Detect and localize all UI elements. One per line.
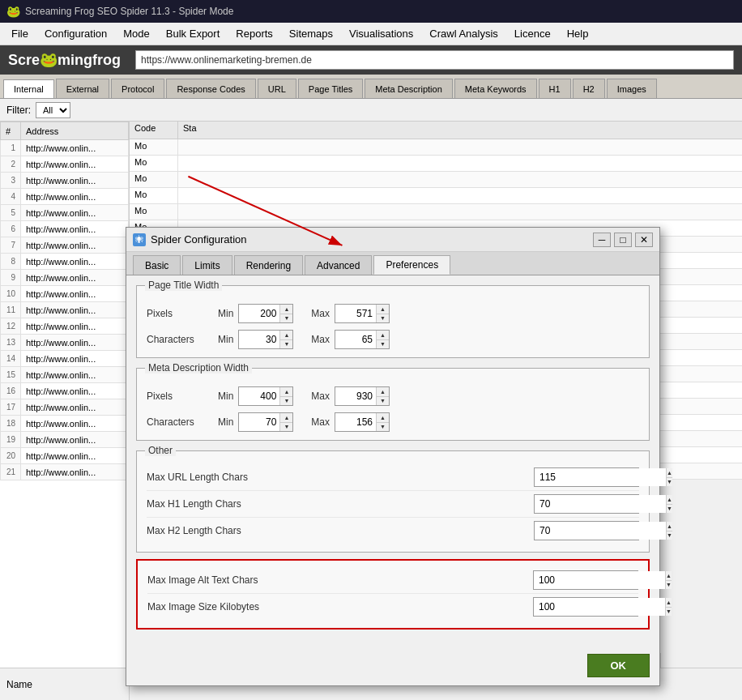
img-alt-spinner[interactable]: ▲ ▼ bbox=[533, 570, 638, 590]
chars-min-input[interactable] bbox=[239, 331, 279, 348]
meta-chars-max-up[interactable]: ▲ bbox=[377, 413, 389, 423]
meta-pixels-min-down[interactable]: ▼ bbox=[280, 397, 292, 406]
chars-min-up[interactable]: ▲ bbox=[280, 331, 292, 340]
url-length-down[interactable]: ▼ bbox=[667, 478, 672, 487]
pixels-max-input[interactable] bbox=[335, 305, 376, 322]
h2-length-spinner[interactable]: ▲ ▼ bbox=[534, 521, 639, 540]
chars-max-up[interactable]: ▲ bbox=[377, 331, 389, 340]
tab-protocol[interactable]: Protocol bbox=[111, 79, 164, 98]
dialog-title: Spider Configuration bbox=[151, 233, 588, 245]
menu-sitemaps[interactable]: Sitemaps bbox=[281, 24, 341, 43]
img-alt-down[interactable]: ▼ bbox=[666, 581, 672, 590]
img-size-arrows: ▲ ▼ bbox=[665, 598, 672, 616]
meta-pixels-min-input[interactable] bbox=[239, 387, 279, 405]
dialog-close-btn[interactable]: ✕ bbox=[635, 233, 653, 247]
chars-max-down[interactable]: ▼ bbox=[377, 340, 389, 349]
chars-max-input[interactable] bbox=[335, 331, 376, 348]
menu-crawl-analysis[interactable]: Crawl Analysis bbox=[421, 24, 506, 43]
h1-length-down[interactable]: ▼ bbox=[667, 505, 672, 514]
dialog-minimize-btn[interactable]: ─ bbox=[593, 233, 611, 247]
dialog-tab-limits[interactable]: Limits bbox=[182, 255, 232, 275]
dialog-maximize-btn[interactable]: □ bbox=[614, 233, 632, 247]
menu-licence[interactable]: Licence bbox=[506, 24, 559, 43]
img-size-spinner[interactable]: ▲ ▼ bbox=[533, 597, 638, 617]
other-section: Other Max URL Length Chars ▲ ▼ bbox=[136, 450, 650, 553]
h1-length-up[interactable]: ▲ bbox=[667, 495, 672, 505]
filter-select[interactable]: All bbox=[36, 102, 70, 118]
menu-file[interactable]: File bbox=[3, 24, 36, 43]
h1-length-input[interactable] bbox=[535, 495, 666, 513]
meta-pixels-max-up[interactable]: ▲ bbox=[377, 387, 389, 397]
meta-chars-min-up[interactable]: ▲ bbox=[280, 413, 292, 423]
tab-external[interactable]: External bbox=[56, 79, 109, 98]
tab-page-titles[interactable]: Page Titles bbox=[298, 79, 363, 98]
chars-max-spinner[interactable]: ▲ ▼ bbox=[335, 330, 390, 349]
h2-length-down[interactable]: ▼ bbox=[667, 531, 672, 540]
tab-internal[interactable]: Internal bbox=[3, 79, 54, 99]
meta-chars-max-input[interactable] bbox=[335, 413, 376, 431]
pixels-max-up[interactable]: ▲ bbox=[377, 305, 389, 314]
meta-chars-min-down[interactable]: ▼ bbox=[280, 423, 292, 432]
img-size-up[interactable]: ▲ bbox=[666, 598, 672, 608]
logo: Scre🐸mingfrog bbox=[8, 51, 121, 69]
img-alt-up[interactable]: ▲ bbox=[666, 571, 672, 581]
address-bar-row: Scre🐸mingfrog https://www.onlinemarketin… bbox=[0, 45, 742, 75]
h2-length-arrows: ▲ ▼ bbox=[666, 522, 672, 540]
address-box[interactable]: https://www.onlinemarketing-bremen.de bbox=[135, 50, 734, 70]
menu-mode[interactable]: Mode bbox=[115, 24, 158, 43]
meta-chars-max-down[interactable]: ▼ bbox=[377, 423, 389, 432]
menu-help[interactable]: Help bbox=[559, 24, 597, 43]
menu-visualisations[interactable]: Visualisations bbox=[341, 24, 421, 43]
pixels-min-input[interactable] bbox=[239, 305, 279, 322]
dialog-tab-advanced[interactable]: Advanced bbox=[305, 255, 372, 275]
chars-min-down[interactable]: ▼ bbox=[280, 340, 292, 349]
tab-meta-keywords[interactable]: Meta Keywords bbox=[454, 79, 537, 98]
url-length-up[interactable]: ▲ bbox=[667, 468, 672, 478]
h2-length-up[interactable]: ▲ bbox=[667, 522, 672, 531]
meta-chars-min-max: Min ▲ ▼ Max bbox=[218, 412, 639, 432]
menu-reports[interactable]: Reports bbox=[228, 24, 281, 43]
meta-pixels-max-spinner[interactable]: ▲ ▼ bbox=[335, 386, 390, 406]
img-alt-input[interactable] bbox=[534, 571, 665, 589]
meta-pixels-max-arrows: ▲ ▼ bbox=[376, 387, 389, 405]
tab-meta-description[interactable]: Meta Description bbox=[365, 79, 453, 98]
pixels-min-down[interactable]: ▼ bbox=[280, 314, 292, 323]
pixels-max-spinner[interactable]: ▲ ▼ bbox=[335, 304, 390, 323]
menu-configuration[interactable]: Configuration bbox=[36, 24, 115, 43]
tab-h2[interactable]: H2 bbox=[573, 79, 605, 98]
chars-min-spinner[interactable]: ▲ ▼ bbox=[238, 330, 293, 349]
meta-chars-min-spinner[interactable]: ▲ ▼ bbox=[238, 412, 293, 432]
address-text: https://www.onlinemarketing-bremen.de bbox=[141, 54, 312, 66]
url-length-input[interactable] bbox=[535, 468, 666, 486]
meta-pixels-min-spinner[interactable]: ▲ ▼ bbox=[238, 386, 293, 406]
meta-desc-section: Meta Description Width Pixels Min ▲ ▼ bbox=[136, 368, 650, 441]
pixels-min-up[interactable]: ▲ bbox=[280, 305, 292, 314]
menu-bulk-export[interactable]: Bulk Export bbox=[158, 24, 228, 43]
other-row-h2: Max H2 Length Chars ▲ ▼ bbox=[147, 518, 639, 544]
dialog-tab-rendering[interactable]: Rendering bbox=[234, 255, 303, 275]
url-length-arrows: ▲ ▼ bbox=[666, 468, 672, 486]
chars-min-arrows: ▲ ▼ bbox=[279, 331, 292, 348]
meta-pixels-min-up[interactable]: ▲ bbox=[280, 387, 292, 397]
ok-button[interactable]: OK bbox=[587, 654, 650, 677]
meta-chars-max-spinner[interactable]: ▲ ▼ bbox=[335, 412, 390, 432]
pixels-min-max: Min ▲ ▼ Max bbox=[218, 304, 639, 323]
img-size-input[interactable] bbox=[534, 598, 665, 616]
url-length-spinner[interactable]: ▲ ▼ bbox=[534, 467, 639, 487]
dialog-tab-preferences[interactable]: Preferences bbox=[373, 255, 450, 275]
meta-pixels-max-input[interactable] bbox=[335, 387, 376, 405]
logo-text: Scre🐸mingfrog bbox=[8, 51, 121, 69]
h2-length-input[interactable] bbox=[535, 522, 666, 540]
pixels-min-spinner[interactable]: ▲ ▼ bbox=[238, 304, 293, 323]
meta-chars-min-input[interactable] bbox=[239, 413, 279, 431]
h1-length-spinner[interactable]: ▲ ▼ bbox=[534, 494, 639, 514]
tab-images[interactable]: Images bbox=[607, 79, 657, 98]
tab-response-codes[interactable]: Response Codes bbox=[166, 79, 255, 98]
dialog-titlebar: 🕷 Spider Configuration ─ □ ✕ bbox=[126, 228, 659, 252]
img-size-down[interactable]: ▼ bbox=[666, 608, 672, 617]
tab-url[interactable]: URL bbox=[258, 79, 296, 98]
tab-h1[interactable]: H1 bbox=[539, 79, 571, 98]
dialog-tab-basic[interactable]: Basic bbox=[133, 255, 181, 275]
meta-pixels-max-down[interactable]: ▼ bbox=[377, 397, 389, 406]
pixels-max-down[interactable]: ▼ bbox=[377, 314, 389, 323]
